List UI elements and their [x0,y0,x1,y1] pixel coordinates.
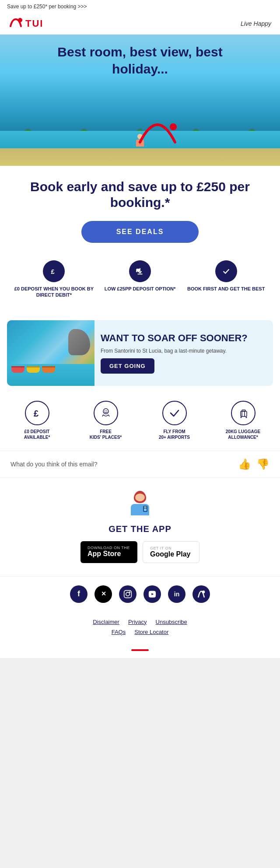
x-twitter-icon[interactable]: ✕ [94,585,112,603]
svg-point-17 [245,416,247,418]
feedback-section: What do you think of this email? 👍 👎 [0,451,280,478]
top-bar[interactable]: Save up to £250* per booking >>> [0,0,280,13]
arrow-down-icon: pp [135,266,145,276]
app-store-button[interactable]: Download on the App Store [80,541,137,563]
svg-point-1 [170,123,177,130]
app-title: GET THE APP [9,524,271,534]
facebook-icon[interactable]: f [70,585,88,603]
benefit-zero-deposit: £ £0 DEPOSITAVAILABLE* [4,401,70,440]
promo-section: Book early and save up to £250 per booki… [0,166,280,316]
free-kids-icon [94,401,118,425]
header: TUI Live Happy [0,13,280,35]
tui-logo-text: TUI [25,18,43,29]
benefits-row: £ £0 DEPOSITAVAILABLE* FREEKIDS' PLACES* [0,390,280,451]
top-bar-text: Save up to £250* per booking >>> [7,4,87,10]
last-minute-banner: WANT TO SOAR OFF SOONER? From Santorini … [7,320,273,386]
boat-orange [42,366,55,373]
instagram-icon[interactable] [119,585,136,603]
svg-point-16 [240,416,242,418]
app-face [135,494,145,501]
disclaimer-link[interactable]: Disclaimer [93,619,119,625]
app-person-body [131,504,149,515]
promo-title: Book early and save up to £250 per booki… [9,179,271,210]
youtube-icon[interactable] [144,585,161,603]
tui-logo[interactable]: TUI [9,18,43,30]
svg-point-19 [126,592,130,595]
boat-red [11,366,24,373]
benefit-luggage-label: 20KG LUGGAGEALLOWANCE* [226,429,260,440]
thumbs-down-icon[interactable]: 👎 [256,458,270,470]
app-person-head [134,491,146,503]
hero-tui-logo [136,122,179,146]
feature-low-deposit-label: LOW £25PP DEPOSIT OPTION* [105,286,175,292]
svg-point-20 [130,592,130,592]
feature-low-deposit: pp LOW £25PP DEPOSIT OPTION* [99,260,181,298]
boats [11,366,55,373]
linkedin-icon[interactable]: in [168,585,186,603]
feedback-text: What do you think of this email? [10,461,231,468]
benefit-luggage: 20KG LUGGAGEALLOWANCE* [210,401,276,440]
svg-rect-12 [241,411,247,416]
privacy-link[interactable]: Privacy [128,619,147,625]
svg-rect-15 [242,410,245,411]
last-minute-title: WANT TO SOAR OFF SOONER? [101,332,248,344]
app-phone-in-hand [143,506,147,512]
last-minute-desc: From Santorini to St Lucia, bag a last-m… [101,347,248,355]
footer-bottom [0,642,280,658]
app-person-figure [127,491,153,519]
svg-point-0 [18,18,22,22]
tui-smile-icon [9,18,23,30]
google-play-name: Google Play [150,550,192,558]
zero-deposit-icon: £ [25,401,49,425]
fly-from-icon [162,401,187,425]
google-play-button[interactable]: GET IT ON Google Play [143,541,200,563]
benefit-fly-from: FLY FROM20+ AIRPORTS [142,401,207,440]
book-first-icon-circle [215,260,237,282]
footer-links: Disclaimer Privacy Unsubscribe FAQs Stor… [0,612,280,642]
last-minute-image [7,320,94,386]
deposit-icon-circle: £ [43,260,65,282]
features-row: £ £0 DEPOSIT WHEN YOU BOOK BY DIRECT DEB… [9,256,271,307]
feature-deposit: £ £0 DEPOSIT WHEN YOU BOOK BY DIRECT DEB… [13,260,95,298]
hero-section: Best room, best view, best holiday... [0,35,280,166]
svg-text:pp: pp [136,268,140,272]
app-section: GET THE APP Download on the App Store GE… [0,478,280,576]
svg-point-8 [105,410,105,411]
app-store-name: App Store [88,550,130,558]
smile-face-icon [100,407,112,419]
svg-text:£: £ [34,409,38,418]
hero-sand [0,148,280,166]
pound-benefit-icon: £ [31,407,43,419]
svg-point-9 [106,410,107,411]
feature-book-first: BOOK FIRST AND GET THE BEST [185,260,267,298]
see-deals-button[interactable]: SEE DEALS [81,221,199,243]
feature-book-first-label: BOOK FIRST AND GET THE BEST [187,286,265,292]
get-going-button[interactable]: GET GOING [101,358,154,374]
unsubscribe-link[interactable]: Unsubscribe [156,619,187,625]
benefit-zero-deposit-label: £0 DEPOSITAVAILABLE* [24,429,50,440]
svg-line-10 [102,415,103,416]
boat-yellow [27,366,40,373]
svg-line-11 [108,415,109,416]
benefit-free-kids-label: FREEKIDS' PLACES* [90,429,122,440]
tui-app-icon[interactable] [192,585,210,603]
luggage-icon [231,401,256,425]
app-store-buttons: Download on the App Store GET IT ON Goog… [9,541,271,563]
pound-icon: £ [49,266,59,276]
header-tagline: Live Happy [241,20,271,27]
check-icon [221,266,231,276]
app-store-sub: Download on the [88,546,130,550]
svg-text:£: £ [51,268,55,275]
low-deposit-icon-circle: pp [129,260,151,282]
luggage-fist-icon [237,407,249,419]
feedback-icons: 👍 👎 [238,458,270,470]
footer-links-row-1: Disclaimer Privacy Unsubscribe [93,619,187,625]
social-section: f ✕ in [0,576,280,612]
svg-point-22 [202,590,205,593]
feature-deposit-label: £0 DEPOSIT WHEN YOU BOOK BY DIRECT DEBIT… [13,286,95,298]
faqs-link[interactable]: FAQs [112,629,126,635]
thumbs-up-icon[interactable]: 👍 [238,458,251,470]
footer-divider [131,649,149,651]
store-locator-link[interactable]: Store Locator [134,629,168,635]
google-play-sub: GET IT ON [150,546,192,550]
